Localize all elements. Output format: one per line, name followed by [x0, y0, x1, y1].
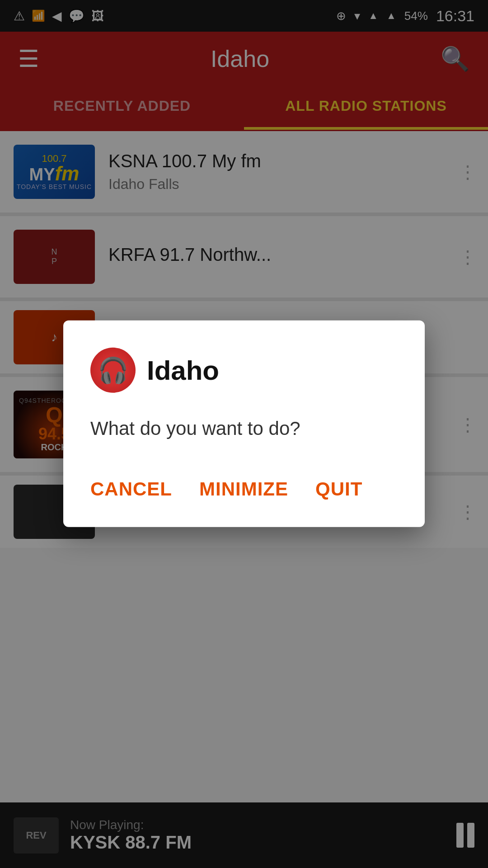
dialog-title: Idaho [147, 354, 219, 386]
dialog-header: Idaho [90, 348, 398, 393]
dialog-icon [90, 348, 136, 393]
minimize-button[interactable]: MINIMIZE [199, 474, 288, 505]
dialog-message: What do you want to do? [90, 415, 398, 442]
dialog-buttons: CANCEL MINIMIZE QUIT [90, 474, 398, 505]
quit-button[interactable]: QUIT [315, 474, 362, 505]
dialog: Idaho What do you want to do? CANCEL MIN… [63, 321, 425, 527]
cancel-button[interactable]: CANCEL [90, 474, 172, 505]
